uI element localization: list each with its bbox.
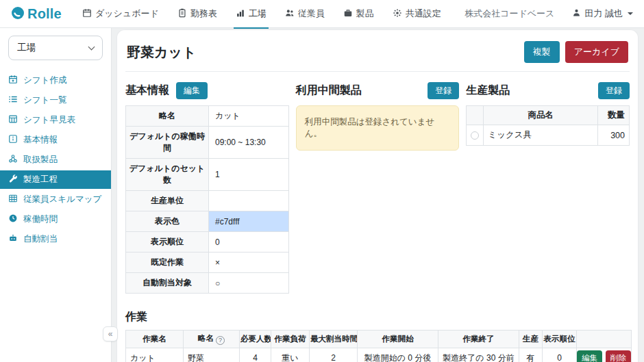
- sidebar-label: 製造工程: [23, 174, 58, 185]
- duplicate-button[interactable]: 複製: [524, 41, 560, 63]
- col-start: 作業開始: [358, 331, 438, 348]
- kv-value: 1: [209, 159, 289, 191]
- kv-value: ○: [209, 273, 289, 294]
- task-end: 製造終了の 30 分前: [438, 348, 519, 362]
- edit-basic-info-button[interactable]: 編集: [176, 82, 208, 99]
- col-load: 作業負荷: [271, 331, 310, 348]
- user-menu[interactable]: 田力 誠也: [572, 8, 633, 20]
- brand[interactable]: Rolle: [11, 6, 62, 22]
- title-divider: [125, 71, 630, 72]
- table-row: ミックス具 300: [467, 125, 630, 146]
- produced-products-heading: 生産製品: [466, 83, 510, 98]
- sidebar-collapse-button[interactable]: «: [103, 326, 118, 341]
- col-production: 生産: [519, 331, 543, 348]
- basic-info-heading: 基本情報: [125, 83, 169, 98]
- table-icon: [8, 114, 18, 126]
- sidebar-item-shift-create[interactable]: シフト作成: [0, 71, 111, 90]
- sidebar-label: シフト早見表: [23, 114, 75, 126]
- col-end: 作業終了: [438, 331, 519, 348]
- kv-label: 略名: [126, 106, 209, 127]
- sidebar-item-operating-hours[interactable]: 稼働時間: [0, 210, 111, 229]
- kv-label: デフォルトの稼働時間: [126, 127, 209, 159]
- nav-label: ダッシュボード: [95, 8, 159, 20]
- bar-chart-icon: [236, 8, 245, 20]
- product-name-header: 商品名: [484, 106, 598, 125]
- archive-button[interactable]: アーカイブ: [565, 41, 628, 63]
- kv-value: 09:00 ~ 13:30: [209, 127, 289, 159]
- page-title: 野菜カット: [127, 43, 196, 62]
- sidebar-item-auto-assign[interactable]: 自動割当: [0, 230, 111, 248]
- robot-icon: [8, 233, 18, 245]
- clock-icon: [8, 214, 18, 225]
- person-icon: [572, 8, 581, 19]
- people-icon: [285, 8, 295, 20]
- quantity-header: 数量: [598, 106, 630, 125]
- basic-info-section: 基本情報 編集 略名カット デフォルトの稼働時間09:00 ~ 13:30 デフ…: [125, 81, 289, 294]
- sidebar-item-manufacturing-process[interactable]: 製造工程: [0, 170, 111, 189]
- sidebar-item-handled-products[interactable]: 取扱製品: [0, 151, 111, 169]
- kv-value: カット: [209, 106, 289, 127]
- register-product-button[interactable]: 登録: [598, 82, 630, 99]
- task-start: 製造開始の 0 分後: [358, 348, 438, 362]
- facility-select[interactable]: 工場: [8, 36, 103, 60]
- kv-value: 0: [209, 232, 289, 253]
- task-load: 重い: [271, 348, 310, 362]
- kv-label: デフォルトのセット数: [126, 159, 209, 191]
- user-name: 田力 誠也: [584, 8, 623, 20]
- company-name: 株式会社コードベース: [465, 8, 554, 20]
- edit-task-button[interactable]: 編集: [577, 350, 602, 362]
- help-icon[interactable]: ?: [216, 336, 225, 345]
- produced-products-table: 商品名 数量 ミックス具 300: [466, 105, 630, 146]
- col-max-time: 最大割当時間: [310, 331, 358, 348]
- nav-item-settings[interactable]: 共通設定: [393, 0, 441, 28]
- tasks-section: 作業 作業名 略名? 必要人数 作業負荷 最大割当時間 作業開始: [125, 310, 630, 362]
- register-intermediate-button[interactable]: 登録: [428, 82, 459, 99]
- table-row: カット 野菜 4 重い 2 製造開始の 0 分後 製造終了の 30 分前 有 0…: [126, 348, 632, 362]
- table-row: 表示色#c7dfff: [126, 211, 289, 232]
- product-name: ミックス具: [484, 125, 598, 146]
- produced-products-section: 生産製品 登録 商品名 数量: [466, 81, 630, 294]
- kv-label: 表示色: [126, 211, 209, 232]
- product-quantity: 300: [598, 125, 630, 146]
- grid-icon: [8, 194, 18, 205]
- intermediate-products-heading: 利用中間製品: [296, 83, 362, 98]
- calendar-icon: [82, 8, 92, 20]
- delete-task-button[interactable]: 削除: [606, 350, 631, 362]
- nav-item-timesheet[interactable]: 勤務表: [177, 0, 217, 28]
- sidebar-label: 従業員スキルマップ: [23, 194, 101, 205]
- sidebar-label: 自動割当: [23, 233, 58, 245]
- nav-item-factory[interactable]: 工場: [236, 0, 267, 28]
- sidebar-label: シフト作成: [23, 75, 66, 86]
- facility-select-value: 工場: [17, 42, 36, 54]
- intermediate-products-section: 利用中間製品 登録 利用中間製品は登録されていません。: [296, 81, 460, 294]
- display-color-value: #c7dfff: [209, 211, 289, 232]
- sidebar-label: 基本情報: [23, 134, 58, 146]
- nav-item-products[interactable]: 製品: [343, 0, 374, 28]
- task-short-name: 野菜: [184, 348, 240, 362]
- kv-label: 生産単位: [126, 191, 209, 211]
- radio-column-header: [467, 106, 484, 125]
- nav-label: 勤務表: [190, 8, 217, 20]
- col-people: 必要人数: [240, 331, 271, 348]
- nav-label: 従業員: [298, 8, 325, 20]
- product-radio[interactable]: [471, 131, 479, 140]
- tasks-table: 作業名 略名? 必要人数 作業負荷 最大割当時間 作業開始 作業終了 生産 表示…: [125, 330, 632, 362]
- sidebar-label: 取扱製品: [23, 154, 58, 166]
- table-row: デフォルトの稼働時間09:00 ~ 13:30: [126, 127, 289, 159]
- top-navbar: Rolle ダッシュボード 勤務表 工場 従業員 製品 共通設定 株式会社コード…: [0, 0, 644, 28]
- kv-value: [209, 191, 289, 211]
- sidebar-item-basic-info[interactable]: 基本情報: [0, 131, 111, 149]
- basic-info-table: 略名カット デフォルトの稼働時間09:00 ~ 13:30 デフォルトのセット数…: [125, 105, 289, 294]
- kv-value: ×: [209, 253, 289, 273]
- briefcase-icon: [343, 8, 353, 20]
- task-max-time: 2: [310, 348, 358, 362]
- nav-item-employees[interactable]: 従業員: [285, 0, 325, 28]
- nav-item-dashboard[interactable]: ダッシュボード: [82, 0, 159, 28]
- calendar-plus-icon: [8, 75, 18, 86]
- col-actions: [577, 331, 632, 348]
- sidebar-item-skill-map[interactable]: 従業員スキルマップ: [0, 190, 111, 209]
- rolle-logo-icon: [11, 6, 25, 22]
- sidebar-item-shift-list[interactable]: シフト一覧: [0, 91, 111, 109]
- empty-intermediate-alert: 利用中間製品は登録されていません。: [296, 105, 460, 151]
- sidebar-item-shift-chart[interactable]: シフト早見表: [0, 111, 111, 129]
